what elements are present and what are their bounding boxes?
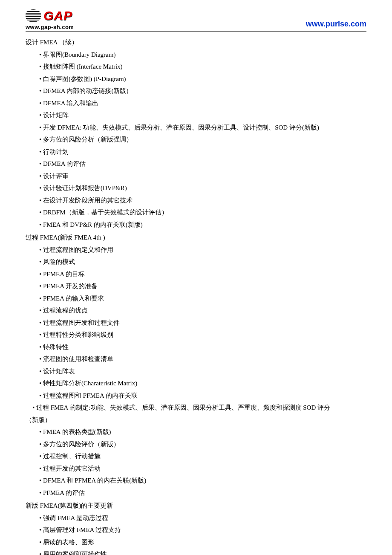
list-item: 行动计划 xyxy=(26,146,366,158)
list-item: 设计矩阵 xyxy=(26,109,366,121)
list-item: DFMEA 的评估 xyxy=(26,158,366,170)
section-title: 过程 FMEA(新版 FMEA 4th ) xyxy=(26,231,366,244)
list-item: 多方位的风险评价（新版） xyxy=(26,438,366,451)
document-page: GAP www.gap-sh.com www.purise.com 设计 FME… xyxy=(0,0,392,555)
list-item: DFMEA 内部的动态链接(新版) xyxy=(26,85,366,97)
list-item: 过程流程的优点 xyxy=(26,304,366,317)
section-title: 设计 FMEA （续） xyxy=(26,36,366,49)
list-item: 过程流程图开发和过程文件 xyxy=(26,317,366,329)
list-item: 过程控制、行动措施 xyxy=(26,450,366,462)
logo-stripes-icon xyxy=(26,9,41,22)
list-item: 设计验证计划和报告(DVP&R) xyxy=(26,182,366,194)
list-item: DRBFM（新版，基于失效模式的设计评估） xyxy=(26,206,366,219)
list-item: 风险的模式 xyxy=(26,256,366,268)
list-item: 接触矩阵图 (Interface Matrix) xyxy=(26,61,366,73)
list-item: 设计矩阵表 xyxy=(26,365,366,378)
list-item: 特性矩阵分析(Charateristic Matrix) xyxy=(26,377,366,390)
header-right-url: www.purise.com xyxy=(306,20,366,30)
logo-text: GAP xyxy=(43,9,72,23)
section2-list-a: 过程流程图的定义和作用风险的模式PFMEA 的目标PFMEA 开发的准备PFME… xyxy=(26,244,366,402)
list-item: 易用的案例和可操作性 xyxy=(26,548,366,555)
list-item: 过程开发的其它活动 xyxy=(26,462,366,475)
list-item: 流程图的使用和检查清单 xyxy=(26,353,366,365)
list-item: 过程特性分类和影响级别 xyxy=(26,329,366,341)
list-item: PFMEA 的目标 xyxy=(26,268,366,280)
list-item-long: 过程 FMEA 的制定:功能、失效模式、后果、潜在原因、因果分析工具、严重度、频… xyxy=(26,402,366,414)
logo-url: www.gap-sh.com xyxy=(26,24,74,30)
list-item: 界限图(Boundary Diagram) xyxy=(26,49,366,61)
section-title: 新版 FMEA(第四版)的主要更新 xyxy=(26,500,366,512)
list-item: DFMEA 输入和输出 xyxy=(26,97,366,110)
list-item: PFMEA 的输入和要求 xyxy=(26,292,366,305)
list-item: 强调 FMEA 是动态过程 xyxy=(26,512,366,524)
list-item: PFMEA 开发的准备 xyxy=(26,280,366,292)
list-item: 多方位的风险分析（新版强调） xyxy=(26,133,366,146)
list-item: 过程流程图的定义和作用 xyxy=(26,244,366,256)
list-item-continuation: （新版） xyxy=(26,414,366,426)
list-item: 开发 DFMEA: 功能、失效模式、后果分析、潜在原因、因果分析工具、设计控制、… xyxy=(26,121,366,134)
page-header: GAP www.gap-sh.com www.purise.com xyxy=(26,9,366,32)
list-item: PFMEA 的评估 xyxy=(26,487,366,499)
section2-list-b: FMEA 的表格类型(新版)多方位的风险评价（新版）过程控制、行动措施过程开发的… xyxy=(26,426,366,499)
list-item: 高层管理对 FMEA 过程支持 xyxy=(26,524,366,536)
logo-block: GAP www.gap-sh.com xyxy=(26,9,74,30)
list-item: DFMEA 和 PFMEA 的内在关联(新版) xyxy=(26,474,366,487)
logo-image: GAP xyxy=(26,9,72,23)
list-item: FMEA 的表格类型(新版) xyxy=(26,426,366,438)
list-item: 特殊特性 xyxy=(26,341,366,353)
section3-list: 强调 FMEA 是动态过程高层管理对 FMEA 过程支持易读的表格、图形易用的案… xyxy=(26,512,366,555)
list-item: 设计评审 xyxy=(26,170,366,182)
list-item: 在设计开发阶段所用的其它技术 xyxy=(26,194,366,207)
section1-list: 界限图(Boundary Diagram)接触矩阵图 (Interface Ma… xyxy=(26,49,366,231)
list-item: 白噪声图(参数图) (P-Diagram) xyxy=(26,73,366,85)
list-item: 过程流程图和 PFMEA 的内在关联 xyxy=(26,390,366,402)
list-item-text: 过程 FMEA 的制定:功能、失效模式、后果、潜在原因、因果分析工具、严重度、频… xyxy=(26,404,330,411)
list-item: FMEA 和 DVP&R 的内在关联(新版) xyxy=(26,219,366,231)
list-item: 易读的表格、图形 xyxy=(26,536,366,549)
document-content: 设计 FMEA （续） 界限图(Boundary Diagram)接触矩阵图 (… xyxy=(26,36,366,555)
